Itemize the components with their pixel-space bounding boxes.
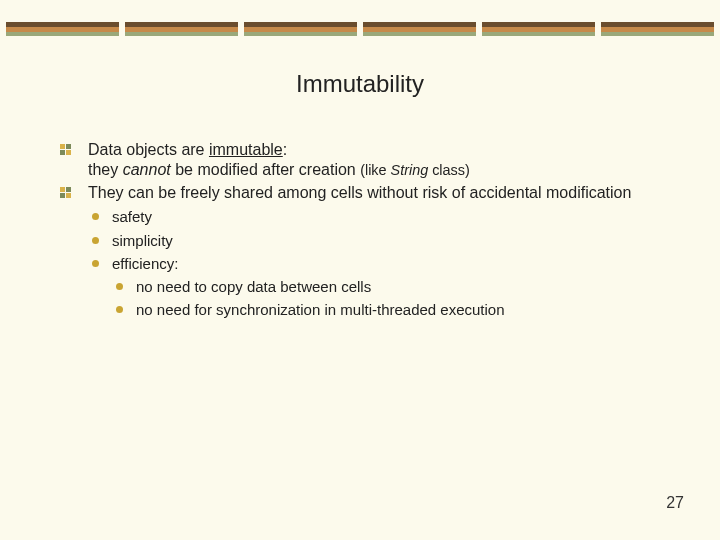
bullet-text: no need for synchronization in multi-thr… <box>136 301 505 318</box>
text-italic: String <box>391 162 429 178</box>
dot-bullet-icon <box>92 213 99 220</box>
bullet-text: simplicity <box>112 232 173 249</box>
sub-bullet-item: simplicity <box>88 231 680 250</box>
stripe <box>601 22 714 36</box>
stripe <box>244 22 357 36</box>
bullet-text: Data objects are immutable: they cannot … <box>88 141 470 178</box>
text: Data objects are <box>88 141 209 158</box>
slide-content: Data objects are immutable: they cannot … <box>60 140 680 319</box>
text: : <box>283 141 287 158</box>
diamond-bullet-icon <box>60 144 72 156</box>
dot-bullet-icon <box>116 306 123 313</box>
dot-bullet-icon <box>92 260 99 267</box>
stripe <box>6 22 119 36</box>
dot-bullet-icon <box>92 237 99 244</box>
bullet-text: efficiency: <box>112 255 178 272</box>
bullet-text: They can be freely shared among cells wi… <box>88 184 631 201</box>
text: class) <box>428 162 470 178</box>
text-underline: immutable <box>209 141 283 158</box>
stripe <box>125 22 238 36</box>
stripe <box>482 22 595 36</box>
text: be modified after creation <box>171 161 360 178</box>
slide-title: Immutability <box>0 70 720 98</box>
sub-sub-bullet-item: no need for synchronization in multi-thr… <box>112 300 680 319</box>
bullet-text: safety <box>112 208 152 225</box>
bullet-text: no need to copy data between cells <box>136 278 371 295</box>
dot-bullet-icon <box>116 283 123 290</box>
page-number: 27 <box>666 494 684 512</box>
sub-bullet-item: safety <box>88 207 680 226</box>
decorative-stripes <box>0 22 720 36</box>
text: (like <box>360 162 390 178</box>
sub-sub-bullet-item: no need to copy data between cells <box>112 277 680 296</box>
text-italic: cannot <box>123 161 171 178</box>
bullet-item: They can be freely shared among cells wi… <box>60 183 680 203</box>
bullet-item: Data objects are immutable: they cannot … <box>60 140 680 181</box>
stripe <box>363 22 476 36</box>
sub-bullet-item: efficiency: <box>88 254 680 273</box>
text: they <box>88 161 123 178</box>
diamond-bullet-icon <box>60 187 72 199</box>
